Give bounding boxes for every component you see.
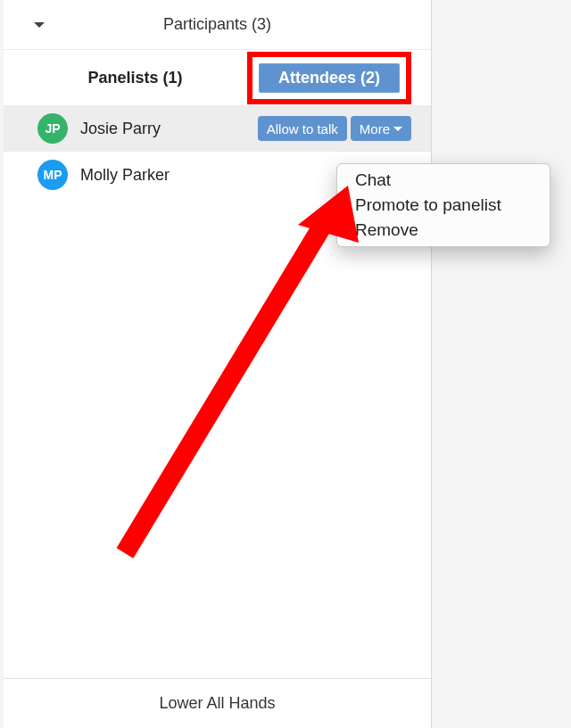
allow-to-talk-label: Allow to talk: [267, 121, 338, 136]
allow-to-talk-button[interactable]: Allow to talk: [258, 116, 347, 141]
more-label: More: [360, 121, 390, 136]
avatar: JP: [37, 113, 68, 144]
avatar-initials: MP: [44, 168, 62, 182]
attendee-row[interactable]: JP Josie Parry Allow to talk More: [4, 105, 431, 152]
attendee-name: Josie Parry: [80, 120, 245, 138]
annotation-highlight-box: Attendees (2): [247, 52, 411, 104]
tab-panelists[interactable]: Panelists (1): [23, 69, 247, 87]
avatar: MP: [37, 160, 68, 190]
panel-title: Participants (3): [163, 15, 271, 34]
panel-header: Participants (3): [4, 0, 431, 50]
tab-attendees[interactable]: Attendees (2): [257, 62, 401, 95]
chevron-down-icon: [393, 127, 402, 131]
more-button[interactable]: More: [351, 116, 411, 141]
collapse-toggle[interactable]: [29, 14, 50, 36]
menu-item-chat[interactable]: Chat: [337, 168, 550, 193]
panel-footer: Lower All Hands: [4, 678, 431, 728]
menu-item-promote-to-panelist[interactable]: Promote to panelist: [337, 193, 550, 218]
menu-item-remove[interactable]: Remove: [337, 218, 550, 243]
lower-all-hands-button[interactable]: Lower All Hands: [159, 694, 275, 713]
chevron-down-icon: [34, 22, 45, 28]
more-context-menu: Chat Promote to panelist Remove: [336, 163, 550, 247]
avatar-initials: JP: [45, 121, 60, 136]
participants-panel: Participants (3) Panelists (1) Attendees…: [4, 0, 432, 728]
row-actions: Allow to talk More: [258, 116, 411, 141]
tabs: Panelists (1) Attendees (2): [4, 50, 431, 105]
